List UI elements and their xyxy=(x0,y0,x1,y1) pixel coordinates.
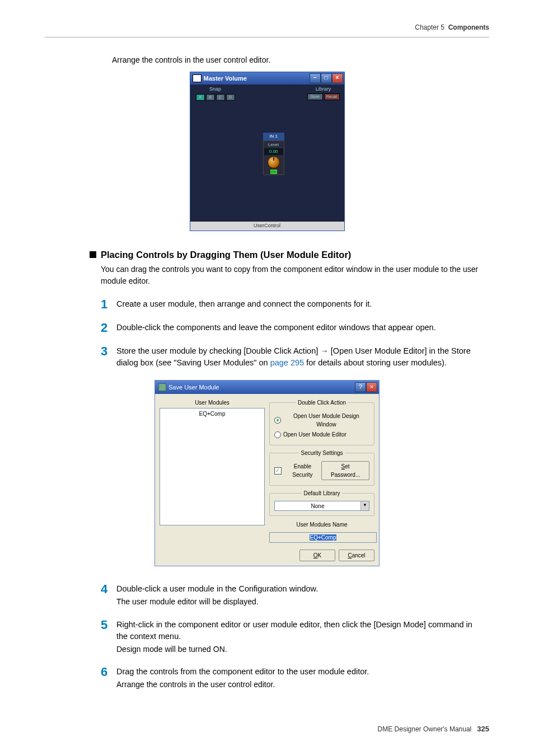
security-settings-group: Security Settings ✓ Enable Security Set … xyxy=(269,449,374,486)
chapter-label: Chapter 5 xyxy=(415,24,444,31)
radio-label: Open User Module Design Window xyxy=(283,412,369,429)
app-icon xyxy=(193,74,202,82)
minimize-button[interactable]: – xyxy=(310,73,321,83)
page-link[interactable]: page 295 xyxy=(270,358,304,367)
snap-group: Snap A B C D xyxy=(196,86,235,101)
default-library-combo[interactable]: None ▼ xyxy=(274,501,369,511)
section-description: You can drag the controls you want to co… xyxy=(101,264,484,287)
step-text: Right-click in the component editor or u… xyxy=(116,619,484,655)
module-name-input[interactable]: EQ+Comp xyxy=(269,532,377,543)
step-number: 3 xyxy=(101,345,111,358)
page-header: Chapter 5 Components xyxy=(45,22,489,37)
step-text: Store the user module by checking [Doubl… xyxy=(116,345,484,369)
list-item[interactable]: EQ+Comp xyxy=(161,410,263,418)
dialog-titlebar: Save User Module ? × xyxy=(155,381,379,394)
step-number: 6 xyxy=(101,666,111,678)
checkbox-icon: ✓ xyxy=(274,467,282,475)
default-library-group: Default Library None ▼ xyxy=(269,489,374,516)
step-text: Create a user module, then arrange and c… xyxy=(116,298,484,310)
help-button[interactable]: ? xyxy=(355,382,366,392)
editor-canvas[interactable]: Snap A B C D Library Store Recall xyxy=(190,84,344,222)
page-number: 325 xyxy=(477,725,489,733)
step-4: 4 Double-click a user module in the Conf… xyxy=(101,583,484,607)
radio-open-design-window[interactable]: Open User Module Design Window xyxy=(274,412,369,429)
step-3: 3 Store the user module by checking [Dou… xyxy=(101,345,484,369)
step-number: 2 xyxy=(101,322,111,334)
chapter-title: Components xyxy=(448,24,489,31)
figure-master-volume: Master Volume – □ × Snap A B C D xyxy=(45,72,489,231)
status-bar: UserControl xyxy=(190,222,344,231)
level-label: Level xyxy=(264,142,283,148)
save-user-module-dialog: Save User Module ? × User Modules EQ+Com… xyxy=(154,380,380,566)
library-group: Library Store Recall xyxy=(307,86,340,100)
ok-button[interactable]: OK xyxy=(299,550,335,561)
step-text: Double-click the components and leave th… xyxy=(116,322,484,334)
set-password-button[interactable]: Set Password... xyxy=(321,461,369,480)
page-footer: DME Designer Owner's Manual 325 xyxy=(45,724,489,735)
maximize-button[interactable]: □ xyxy=(321,73,332,83)
library-label: Library xyxy=(307,86,340,93)
step-text: Double-click a user module in the Config… xyxy=(116,583,484,607)
dialog-title: Save User Module xyxy=(168,383,219,392)
enable-security-checkbox[interactable]: ✓ Enable Security xyxy=(274,462,321,479)
section-title-text: Placing Controls by Dragging Them (User … xyxy=(101,248,351,262)
figure-save-user-module: Save User Module ? × User Modules EQ+Com… xyxy=(45,380,489,566)
close-button[interactable]: × xyxy=(366,382,377,392)
square-bullet-icon xyxy=(90,251,96,258)
snap-c-button[interactable]: C xyxy=(216,94,225,101)
intro-text: Arrange the controls in the user control… xyxy=(112,54,489,66)
chevron-down-icon: ▼ xyxy=(360,501,369,510)
snap-a-button[interactable]: A xyxy=(196,94,205,101)
group-legend: Security Settings xyxy=(299,449,344,457)
section-heading: Placing Controls by Dragging Them (User … xyxy=(90,248,489,262)
close-button[interactable]: × xyxy=(332,73,343,83)
module-name-label: User Modules Name xyxy=(269,520,374,529)
checkbox-label: Enable Security xyxy=(284,462,322,479)
step-number: 5 xyxy=(101,619,111,631)
level-value: 0.00 xyxy=(264,148,283,155)
on-button[interactable]: ON xyxy=(270,170,277,174)
group-legend: Default Library xyxy=(302,489,341,497)
level-component[interactable]: IN 1 Level 0.00 ON xyxy=(263,133,284,175)
step-2: 2 Double-click the components and leave … xyxy=(101,322,484,334)
master-volume-window: Master Volume – □ × Snap A B C D xyxy=(190,72,345,231)
step-5: 5 Right-click in the component editor or… xyxy=(101,619,484,655)
step-6: 6 Drag the controls from the component e… xyxy=(101,666,484,690)
snap-d-button[interactable]: D xyxy=(226,94,235,101)
double-click-action-group: Double Click Action Open User Module Des… xyxy=(269,398,374,445)
radio-label: Open User Module Editor xyxy=(283,430,346,439)
combo-value: None xyxy=(275,501,360,510)
window-title: Master Volume xyxy=(204,74,247,83)
level-knob[interactable] xyxy=(268,156,280,168)
product-label: DME Designer Owner's Manual xyxy=(378,725,472,733)
user-modules-label: User Modules xyxy=(160,398,265,407)
radio-icon xyxy=(274,431,281,438)
dialog-body: User Modules EQ+Comp Double Click Action… xyxy=(155,394,379,566)
step-number: 4 xyxy=(101,583,111,595)
snap-label: Snap xyxy=(196,86,235,93)
user-modules-list[interactable]: EQ+Comp xyxy=(160,408,265,525)
radio-icon xyxy=(274,417,281,424)
cancel-button[interactable]: Cancel xyxy=(339,550,374,561)
snap-b-button[interactable]: B xyxy=(206,94,215,101)
recall-button[interactable]: Recall xyxy=(324,93,340,100)
window-titlebar: Master Volume – □ × xyxy=(190,72,344,84)
component-title: IN 1 xyxy=(263,133,284,140)
step-number: 1 xyxy=(101,298,111,311)
step-text: Drag the controls from the component edi… xyxy=(116,666,484,690)
group-legend: Double Click Action xyxy=(296,398,348,407)
step-1: 1 Create a user module, then arrange and… xyxy=(101,298,484,311)
radio-open-module-editor[interactable]: Open User Module Editor xyxy=(274,430,369,439)
store-button[interactable]: Store xyxy=(307,93,323,100)
dialog-icon xyxy=(158,383,166,391)
